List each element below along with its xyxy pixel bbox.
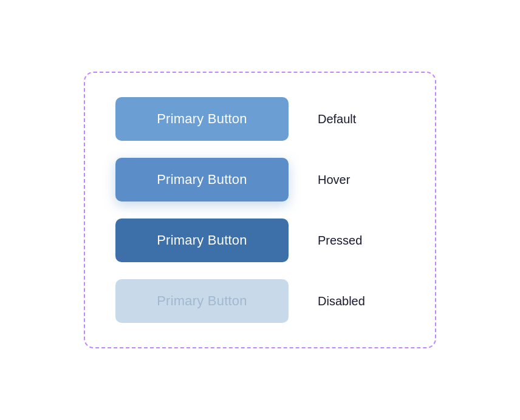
button-row-pressed: Primary Button Pressed	[115, 218, 405, 262]
state-label-pressed: Pressed	[318, 234, 362, 248]
button-row-default: Primary Button Default	[115, 97, 405, 141]
button-row-disabled: Primary Button Disabled	[115, 279, 405, 323]
button-row-hover: Primary Button Hover	[115, 158, 405, 202]
primary-button-default[interactable]: Primary Button	[115, 97, 289, 141]
primary-button-hover[interactable]: Primary Button	[115, 158, 289, 202]
primary-button-disabled: Primary Button	[115, 279, 289, 323]
state-label-disabled: Disabled	[318, 294, 365, 308]
primary-button-pressed[interactable]: Primary Button	[115, 218, 289, 262]
state-label-default: Default	[318, 112, 356, 126]
state-label-hover: Hover	[318, 173, 350, 187]
button-showcase-container: Primary Button Default Primary Button Ho…	[84, 72, 436, 348]
